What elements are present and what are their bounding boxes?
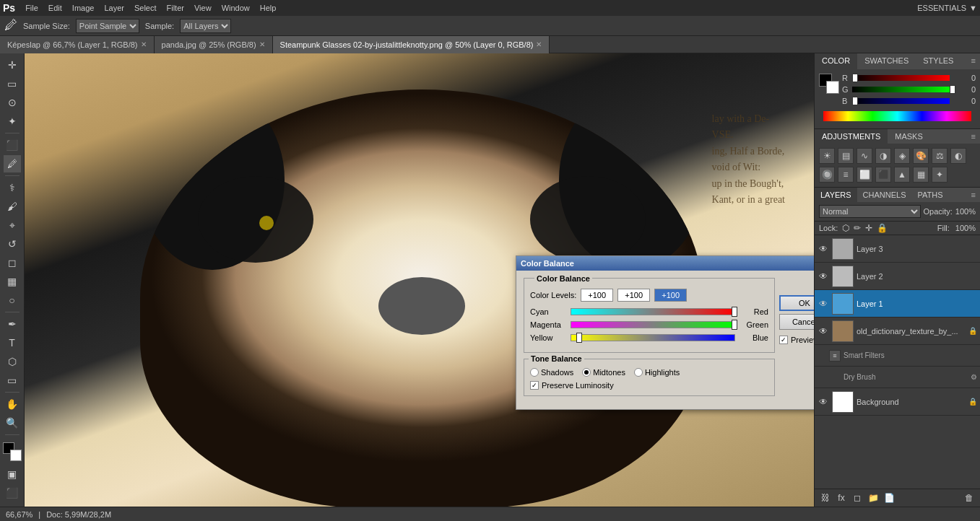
lock-all-icon[interactable]: 🔒 bbox=[877, 223, 888, 233]
screen-mode-btn[interactable]: ⬛ bbox=[4, 484, 21, 502]
blue-slider[interactable] bbox=[852, 98, 950, 104]
dodge-tool[interactable]: ○ bbox=[4, 292, 21, 309]
gradient-tool[interactable]: ▦ bbox=[4, 273, 21, 290]
gradient-map-adj[interactable]: ▦ bbox=[913, 167, 929, 183]
levels-adj[interactable]: ▤ bbox=[838, 148, 854, 164]
color-panel-menu[interactable]: ≡ bbox=[967, 53, 980, 69]
curves-adj[interactable]: ∿ bbox=[857, 148, 872, 164]
color-level-3[interactable] bbox=[654, 289, 687, 302]
color-tab[interactable]: COLOR bbox=[815, 53, 857, 69]
channels-tab[interactable]: CHANNELS bbox=[857, 188, 912, 202]
red-slider[interactable] bbox=[852, 75, 950, 81]
posterize-adj[interactable]: ⬛ bbox=[875, 167, 891, 183]
close-tab-steampunk[interactable]: ✕ bbox=[536, 40, 542, 48]
menu-help[interactable]: Help bbox=[256, 2, 281, 14]
marquee-tool[interactable]: ▭ bbox=[4, 75, 21, 92]
background-color[interactable] bbox=[10, 450, 22, 461]
eraser-tool[interactable]: ◻ bbox=[4, 254, 21, 271]
wand-tool[interactable]: ✦ bbox=[4, 113, 21, 130]
clone-tool[interactable]: ⌖ bbox=[4, 216, 21, 234]
masks-tab[interactable]: MASKS bbox=[888, 129, 930, 144]
paths-tab[interactable]: PATHS bbox=[912, 188, 949, 202]
menu-image[interactable]: Image bbox=[68, 2, 99, 14]
healing-tool[interactable]: ⚕ bbox=[4, 179, 21, 196]
hue-sat-adj[interactable]: 🎨 bbox=[913, 148, 929, 164]
old-dictionary-item[interactable]: 👁 old_dictionary_texture_by_... 🔒 bbox=[815, 318, 980, 345]
ok-button[interactable]: OK bbox=[779, 295, 814, 311]
color-level-1[interactable] bbox=[581, 289, 613, 302]
threshold-adj[interactable]: ▲ bbox=[894, 167, 910, 183]
highlights-radio[interactable] bbox=[634, 368, 643, 377]
delete-layer-btn[interactable]: 🗑 bbox=[963, 491, 976, 504]
shadows-radio[interactable] bbox=[530, 368, 539, 377]
styles-tab[interactable]: STYLES bbox=[916, 53, 961, 69]
color-balance-dialog[interactable]: Color Balance ✕ Color Balance Color Leve… bbox=[516, 255, 814, 410]
add-layer-style-btn[interactable]: fx bbox=[835, 491, 848, 504]
preserve-luminosity-checkbox[interactable]: ✓ bbox=[530, 381, 539, 390]
link-layers-btn[interactable]: ⛓ bbox=[819, 491, 832, 504]
brightness-contrast-adj[interactable]: ☀ bbox=[819, 148, 835, 164]
menu-filter[interactable]: Filter bbox=[162, 2, 188, 14]
midtones-option[interactable]: Midtones bbox=[582, 368, 625, 377]
hand-tool[interactable]: ✋ bbox=[4, 395, 21, 413]
midtones-radio[interactable] bbox=[582, 368, 591, 377]
bg-swatch[interactable] bbox=[826, 81, 839, 94]
quick-mask-btn[interactable]: ▣ bbox=[4, 465, 21, 483]
layer-3-item[interactable]: 👁 Layer 3 bbox=[815, 235, 980, 263]
close-tab-kepeslap[interactable]: ✕ bbox=[141, 40, 147, 48]
lock-position-icon[interactable]: ✛ bbox=[865, 223, 872, 233]
layer-1-visibility[interactable]: 👁 bbox=[818, 298, 829, 310]
move-tool[interactable]: ✛ bbox=[4, 56, 21, 74]
crop-tool[interactable]: ⬛ bbox=[4, 136, 21, 154]
shape-tool[interactable]: ▭ bbox=[4, 372, 21, 389]
menu-edit[interactable]: Edit bbox=[44, 2, 66, 14]
layer-3-visibility[interactable]: 👁 bbox=[818, 243, 829, 255]
tab-panda[interactable]: panda.jpg @ 25% (RGB/8) ✕ bbox=[155, 36, 273, 53]
blend-mode-select[interactable]: Normal bbox=[819, 205, 921, 218]
background-visibility[interactable]: 👁 bbox=[818, 396, 829, 408]
yellow-blue-slider[interactable] bbox=[571, 334, 735, 341]
path-tool[interactable]: ⬡ bbox=[4, 353, 21, 370]
exposure-adj[interactable]: ◑ bbox=[875, 148, 891, 164]
zoom-tool[interactable]: 🔍 bbox=[4, 414, 21, 432]
dry-brush-settings[interactable]: ⚙ bbox=[971, 373, 977, 381]
menu-window[interactable]: Window bbox=[217, 2, 254, 14]
menu-select[interactable]: Select bbox=[130, 2, 161, 14]
lock-image-icon[interactable]: ✏ bbox=[854, 223, 861, 233]
background-item[interactable]: 👁 Background 🔒 bbox=[815, 388, 980, 416]
sample-select[interactable]: All Layers bbox=[180, 19, 231, 33]
cancel-button[interactable]: Cancel bbox=[779, 314, 814, 330]
menu-file[interactable]: File bbox=[21, 2, 43, 14]
layer-1-item[interactable]: 👁 Layer 1 bbox=[815, 290, 980, 318]
smart-filters-item[interactable]: ≡ Smart Filters bbox=[815, 345, 980, 367]
lasso-tool[interactable]: ⊙ bbox=[4, 94, 21, 111]
essentials-workspace[interactable]: ESSENTIALS ▼ bbox=[917, 4, 977, 12]
bw-adj[interactable]: ◐ bbox=[950, 148, 966, 164]
history-tool[interactable]: ↺ bbox=[4, 235, 21, 253]
add-mask-btn[interactable]: ◻ bbox=[851, 491, 864, 504]
text-tool[interactable]: T bbox=[4, 334, 21, 351]
color-level-2[interactable] bbox=[617, 289, 650, 302]
layer-2-item[interactable]: 👁 Layer 2 bbox=[815, 263, 980, 290]
new-group-btn[interactable]: 📁 bbox=[867, 491, 880, 504]
tab-kepeslap[interactable]: Képeslap @ 66,7% (Layer 1, RGB/8) ✕ bbox=[0, 36, 155, 53]
layer-2-visibility[interactable]: 👁 bbox=[818, 271, 829, 282]
cyan-red-slider[interactable] bbox=[571, 308, 735, 315]
menu-view[interactable]: View bbox=[190, 2, 216, 14]
eyedropper-tool[interactable]: 🖉 bbox=[4, 18, 17, 33]
close-tab-panda[interactable]: ✕ bbox=[259, 40, 265, 48]
foreground-background-colors[interactable] bbox=[3, 442, 22, 461]
adj-panel-menu[interactable]: ≡ bbox=[967, 129, 980, 144]
tab-steampunk[interactable]: Steampunk Glasses 02-by-justalittleknott… bbox=[273, 36, 550, 53]
preview-checkbox[interactable]: ✓ bbox=[779, 336, 788, 344]
green-slider[interactable] bbox=[852, 87, 950, 92]
shadows-option[interactable]: Shadows bbox=[530, 368, 573, 377]
magenta-green-slider[interactable] bbox=[571, 321, 735, 328]
selective-color-adj[interactable]: ✦ bbox=[932, 167, 948, 183]
new-layer-btn[interactable]: 📄 bbox=[883, 491, 896, 504]
menu-layer[interactable]: Layer bbox=[100, 2, 129, 14]
dry-brush-item[interactable]: Dry Brush ⚙ bbox=[815, 367, 980, 388]
adjustments-tab[interactable]: ADJUSTMENTS bbox=[815, 129, 888, 144]
highlights-option[interactable]: Highlights bbox=[634, 368, 680, 377]
eyedropper-btn[interactable]: 🖉 bbox=[4, 155, 21, 172]
